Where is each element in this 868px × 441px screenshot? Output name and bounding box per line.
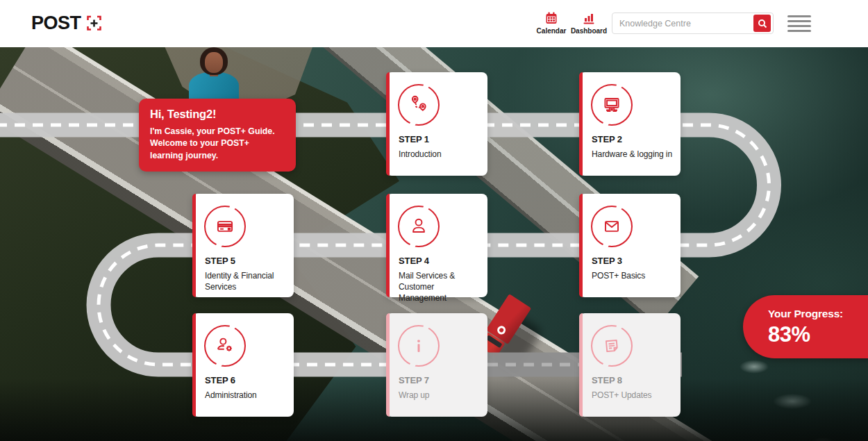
step-label: STEP 3 [592, 256, 681, 266]
step-title: Hardware & logging in [592, 149, 674, 160]
step-card-3[interactable]: STEP 3 POST+ Basics [579, 194, 681, 297]
step-card-6[interactable]: STEP 6 Administration [192, 313, 294, 417]
knowledge-centre-search [612, 13, 774, 34]
post-plus-brackets-icon [86, 15, 102, 31]
dashboard-nav-button[interactable]: Dashboard [567, 11, 610, 35]
search-button[interactable] [753, 15, 771, 32]
search-input[interactable] [612, 19, 753, 28]
step-title: Administration [205, 390, 287, 401]
calendar-nav-button[interactable]: Calendar [530, 11, 573, 35]
step-card-4[interactable]: STEP 4 Mail Services & Customer Manageme… [386, 194, 487, 297]
step-title: Identity & Financial Services [205, 270, 287, 292]
greeting-title: Hi, Testing2! [150, 108, 285, 121]
step-title: POST+ Updates [592, 390, 674, 401]
info-icon [398, 325, 440, 367]
step-label: STEP 7 [399, 375, 487, 385]
post-plus-learning-journey-page: POST Calendar Dashboard [0, 0, 868, 441]
step-card-8: STEP 8 POST+ Updates [579, 313, 681, 417]
step-label: STEP 5 [205, 256, 294, 266]
calendar-label: Calendar [530, 27, 573, 35]
step-title: Introduction [399, 149, 481, 160]
person-gear-icon [204, 325, 246, 367]
menu-hamburger-button[interactable] [787, 15, 811, 35]
step-title: Wrap up [399, 390, 481, 401]
step-card-1[interactable]: STEP 1 Introduction [386, 72, 487, 176]
post-plus-logo[interactable]: POST [31, 13, 102, 34]
route-icon [398, 84, 440, 126]
dashboard-label: Dashboard [567, 27, 610, 35]
step-label: STEP 8 [592, 375, 681, 385]
progress-badge: Your Progress: 83% [743, 295, 868, 358]
step-label: STEP 2 [592, 134, 681, 144]
progress-label: Your Progress: [768, 308, 868, 320]
top-navbar: POST Calendar Dashboard [0, 0, 868, 47]
step-title: Mail Services & Customer Management [399, 270, 481, 304]
dashboard-icon [582, 11, 596, 25]
credit-card-icon [204, 206, 246, 247]
greeting-card: Hi, Testing2! I'm Cassie, your POST+ Gui… [139, 99, 296, 172]
step-title: POST+ Basics [592, 270, 674, 281]
greeting-message: I'm Cassie, your POST+ Guide. Welcome to… [150, 126, 285, 162]
envelope-icon [591, 206, 633, 247]
search-icon [758, 19, 767, 28]
person-icon [398, 206, 440, 247]
notes-icon [591, 325, 633, 367]
step-label: STEP 1 [399, 134, 487, 144]
monitor-icon [591, 84, 633, 126]
step-label: STEP 4 [399, 256, 487, 266]
step-card-7: STEP 7 Wrap up [386, 313, 487, 417]
journey-hero: Hi, Testing2! I'm Cassie, your POST+ Gui… [0, 47, 868, 441]
step-card-2[interactable]: STEP 2 Hardware & logging in [579, 72, 681, 176]
calendar-icon [544, 11, 558, 25]
step-card-5[interactable]: STEP 5 Identity & Financial Services [192, 194, 294, 297]
progress-value: 83% [768, 322, 868, 347]
cassie-guide-avatar [183, 47, 244, 103]
logo-text: POST [31, 13, 81, 34]
step-label: STEP 6 [205, 375, 294, 385]
